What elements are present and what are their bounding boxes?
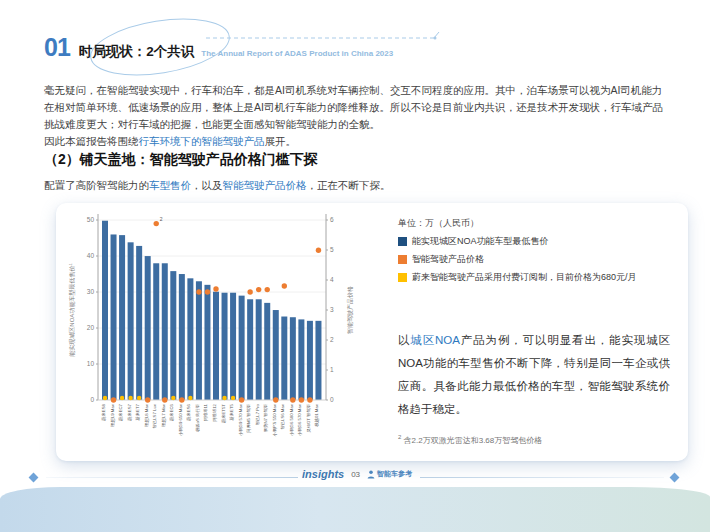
product-price-dot bbox=[213, 286, 218, 291]
intro-paragraphs: 毫无疑问，在智能驾驶实现中，行车和泊车，都是AI司机系统对车辆控制、交互不同程度… bbox=[44, 82, 672, 150]
x-tick-label: 蔚来ES7 bbox=[127, 403, 132, 420]
x-tick-label: 理想L7 Max bbox=[161, 403, 166, 427]
bar bbox=[264, 303, 270, 400]
x-tick-label: 小鹏G9 650 Max bbox=[178, 403, 184, 436]
bar bbox=[119, 235, 125, 400]
bar bbox=[196, 281, 202, 400]
left-tick-label: 0 bbox=[90, 396, 94, 403]
report-page: { "colors":{"accent":"#2e79bf","bar":"#3… bbox=[0, 0, 710, 532]
nio-subscription-dot bbox=[222, 396, 226, 400]
publisher-logo-icon bbox=[367, 470, 375, 479]
legend-swatch bbox=[398, 255, 407, 264]
product-price-dot bbox=[290, 397, 295, 402]
plain-text: 因此本篇报告将围绕 bbox=[44, 135, 139, 147]
x-tick-label: 智己LS6 Max bbox=[280, 403, 285, 429]
price-chart-svg: 010203040500123456蔚来ES8理想L9 Max蔚来EC7蔚来ES… bbox=[64, 206, 394, 458]
footer-rule-left bbox=[46, 477, 298, 478]
x-tick-label: 小鹏P7i 550 Max bbox=[272, 403, 278, 436]
product-price-dot bbox=[316, 248, 321, 253]
legend-swatch bbox=[398, 237, 407, 246]
footnote-text: 含2.2万双激光雷达和3.68万智驾包价格 bbox=[404, 436, 543, 445]
nio-subscription-dot bbox=[137, 396, 141, 400]
left-tick-label: 40 bbox=[87, 252, 95, 259]
price-chart: 010203040500123456蔚来ES8理想L9 Max蔚来EC7蔚来ES… bbox=[64, 206, 394, 458]
bar bbox=[179, 274, 185, 400]
bar bbox=[222, 293, 228, 400]
page-header: 01 时局现状：2个共识 The Annual Report of ADAS P… bbox=[44, 33, 393, 62]
analysis-text: 以城区NOA产品为例，可以明显看出，能实现城区NOA功能的车型售价不断下降，特别… bbox=[398, 329, 670, 421]
x-tick-label: 问界M5 智驾版 bbox=[246, 403, 252, 432]
bar bbox=[281, 317, 287, 400]
footer-diamond-left bbox=[29, 473, 39, 483]
footnote-marker: 2 bbox=[398, 434, 401, 440]
product-price-dot bbox=[162, 397, 167, 402]
bar bbox=[239, 296, 245, 400]
bar bbox=[290, 317, 296, 400]
bar bbox=[111, 234, 117, 400]
bar bbox=[204, 285, 210, 400]
x-tick-label: 蔚来ET7 bbox=[135, 403, 140, 420]
bar bbox=[187, 278, 193, 400]
x-tick-label: 阿维塔11 bbox=[203, 403, 209, 421]
x-tick-label: 小鹏G9 570 Max bbox=[238, 403, 244, 436]
product-price-dot bbox=[247, 289, 252, 294]
publisher-logo: 智能车参考 bbox=[367, 469, 412, 479]
plain-text: 以 bbox=[398, 334, 410, 346]
left-tick-label: 50 bbox=[87, 216, 95, 223]
x-tick-label: 蔚来EC7 bbox=[118, 403, 123, 421]
right-axis-title: 智能驾驶产品价格 bbox=[346, 286, 354, 334]
bar bbox=[145, 256, 151, 400]
x-tick-label: 蔚来ES6 bbox=[186, 403, 191, 420]
nio-subscription-dot bbox=[128, 396, 132, 400]
highlighted-text: 城区NOA bbox=[410, 334, 460, 346]
decor-dot bbox=[434, 37, 437, 40]
decor-dash-tail bbox=[434, 32, 439, 38]
nio-subscription-dot bbox=[171, 396, 175, 400]
product-price-dot bbox=[154, 221, 159, 226]
chart-footnote: 2 含2.2万双激光雷达和3.68万智驾包价格 bbox=[398, 434, 542, 446]
x-tick-label: 蔚来EC6 bbox=[169, 403, 174, 421]
product-price-dot bbox=[179, 397, 184, 402]
chart-unit-label: 单位：万（人民币） bbox=[398, 217, 479, 230]
plain-text: ，正在不断下探。 bbox=[307, 179, 391, 191]
x-tick-label: 智己L7 Pro bbox=[255, 403, 260, 425]
product-price-dot bbox=[282, 283, 287, 288]
bar bbox=[273, 310, 279, 400]
product-price-dot bbox=[265, 287, 270, 292]
bar bbox=[247, 299, 253, 400]
nio-subscription-dot bbox=[188, 396, 192, 400]
legend-item: 蔚来智能驾驶产品采用付费订阅制，目前价格为680元/月 bbox=[398, 271, 637, 284]
bar bbox=[170, 271, 176, 400]
right-tick-label: 4 bbox=[330, 276, 334, 283]
right-tick-label: 1 bbox=[330, 366, 334, 373]
right-tick-label: 0 bbox=[330, 396, 334, 403]
x-tick-label: 极狐αS 先行版 bbox=[195, 403, 201, 432]
product-price-dot bbox=[111, 397, 116, 402]
right-tick-label: 5 bbox=[330, 246, 334, 253]
footnote-ref: 2 bbox=[160, 216, 163, 222]
bar bbox=[128, 242, 134, 400]
x-tick-label: 理想L9 Max bbox=[110, 403, 115, 427]
intro-paragraph-1: 毫无疑问，在智能驾驶实现中，行车和泊车，都是AI司机系统对车辆控制、交互不同程度… bbox=[44, 82, 672, 133]
publisher-logo-text: 智能车参考 bbox=[377, 469, 412, 479]
section2-lead: 配置了高阶智驾能力的车型售价，以及智能驾驶产品价格，正在不断下探。 bbox=[44, 179, 391, 193]
legend-label: 蔚来智能驾驶产品采用付费订阅制，目前价格为680元/月 bbox=[412, 271, 637, 284]
bar bbox=[256, 299, 262, 400]
nio-subscription-dot bbox=[120, 396, 124, 400]
x-tick-label: 蔚来ES8 bbox=[101, 403, 106, 420]
left-tick-label: 20 bbox=[87, 324, 95, 331]
x-tick-label: 蔚来ET5 bbox=[229, 403, 234, 420]
product-price-dot bbox=[196, 289, 201, 294]
legend-label: 能实现城区NOA功能车型最低售价 bbox=[412, 235, 549, 248]
product-price-dot bbox=[205, 289, 210, 294]
footer-center: insights 03 智能车参考 bbox=[302, 468, 420, 480]
x-tick-label: 腾势N7 智驾版 bbox=[263, 403, 268, 432]
section-title: 时局现状：2个共识 bbox=[79, 43, 195, 61]
right-tick-label: 3 bbox=[330, 306, 334, 313]
bar bbox=[136, 246, 142, 400]
x-tick-label: 小鹏G6 580 Max bbox=[289, 403, 295, 436]
left-tick-label: 10 bbox=[87, 360, 95, 367]
insights-wordmark: insights bbox=[302, 468, 344, 480]
bar bbox=[213, 292, 219, 400]
legend-label: 智能驾驶产品价格 bbox=[412, 253, 484, 266]
